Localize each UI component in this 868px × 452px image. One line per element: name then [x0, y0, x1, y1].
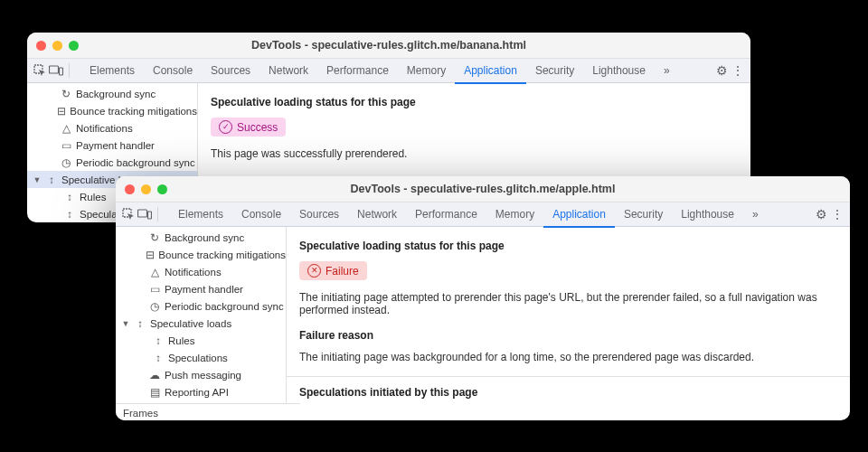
status-badge-failure: ✕Failure	[299, 261, 367, 280]
svg-rect-4	[138, 210, 147, 217]
specloads-icon: ↕	[45, 174, 58, 185]
minimize-icon[interactable]	[141, 184, 151, 194]
card-icon: ▭	[148, 283, 161, 296]
kebab-icon[interactable]: ⋮	[830, 207, 844, 221]
bounce-icon: ⊟	[57, 105, 66, 118]
report-icon: ▤	[148, 386, 161, 399]
minimize-icon[interactable]	[52, 41, 62, 51]
sync-icon: ↻	[60, 88, 72, 100]
speculations-heading: Speculations initiated by this page	[299, 386, 837, 399]
close-icon[interactable]	[36, 41, 46, 51]
status-heading: Speculative loading status for this page	[211, 96, 738, 108]
close-icon[interactable]	[125, 184, 135, 194]
sidebar-item-notifications[interactable]: △Notifications	[116, 263, 286, 280]
tab-lighthouse[interactable]: Lighthouse	[583, 59, 655, 82]
tab-performance[interactable]: Performance	[317, 59, 398, 82]
failure-reason-text: The initiating page was backgrounded for…	[299, 351, 837, 363]
device-icon[interactable]	[137, 207, 152, 221]
tab-elements[interactable]: Elements	[80, 59, 144, 82]
device-icon[interactable]	[49, 63, 63, 78]
speculative-loads-panel: Speculative loading status for this page…	[287, 227, 850, 420]
sidebar-item-background-sync[interactable]: ↻Background sync	[27, 85, 197, 102]
titlebar: DevTools - speculative-rules.glitch.me/a…	[116, 176, 850, 202]
status-badge-success: ✓Success	[211, 118, 286, 137]
tab-network[interactable]: Network	[259, 59, 317, 82]
check-icon: ✓	[219, 120, 232, 134]
more-tabs-icon[interactable]: »	[743, 202, 768, 226]
bounce-icon: ⊟	[146, 249, 155, 261]
rules-icon: ↕	[63, 192, 76, 202]
divider	[69, 63, 70, 78]
divider	[157, 207, 158, 221]
tab-elements[interactable]: Elements	[169, 202, 232, 226]
sidebar-item-periodic-sync[interactable]: ◷Periodic background sync	[116, 297, 286, 315]
zoom-icon[interactable]	[69, 41, 79, 51]
tab-performance[interactable]: Performance	[406, 202, 486, 226]
tab-lighthouse[interactable]: Lighthouse	[672, 202, 743, 226]
cloud-icon: ☁	[148, 369, 161, 381]
chevron-down-icon: ▼	[33, 175, 42, 184]
sync-icon: ↻	[148, 231, 161, 244]
sidebar-item-periodic-sync[interactable]: ◷Periodic background sync	[27, 154, 197, 171]
speculations-icon: ↕	[63, 209, 76, 220]
sidebar-item-bounce-tracking[interactable]: ⊟Bounce tracking mitigations	[116, 246, 286, 263]
chevron-down-icon: ▼	[121, 319, 130, 328]
kebab-icon[interactable]: ⋮	[731, 63, 745, 78]
tab-memory[interactable]: Memory	[486, 202, 543, 226]
sidebar-item-reporting-api[interactable]: ▤Reporting API	[116, 383, 286, 400]
inspect-icon[interactable]	[33, 63, 47, 78]
sidebar-item-bounce-tracking[interactable]: ⊟Bounce tracking mitigations	[27, 102, 197, 119]
sidebar-item-background-sync[interactable]: ↻Background sync	[116, 229, 286, 246]
svg-rect-1	[50, 66, 59, 73]
tab-network[interactable]: Network	[348, 202, 406, 226]
traffic-lights	[36, 41, 79, 51]
panel-tabs: Elements Console Sources Network Perform…	[169, 202, 768, 226]
sidebar-item-rules[interactable]: ↕Rules	[116, 332, 286, 349]
specloads-icon: ↕	[134, 318, 146, 329]
tab-application[interactable]: Application	[455, 59, 526, 84]
titlebar: DevTools - speculative-rules.glitch.me/b…	[27, 33, 750, 59]
inspect-icon[interactable]	[121, 207, 136, 221]
clock-icon: ◷	[148, 300, 161, 313]
window-title: DevTools - speculative-rules.glitch.me/a…	[116, 183, 850, 195]
window-title: DevTools - speculative-rules.glitch.me/b…	[27, 39, 750, 52]
status-heading: Speculative loading status for this page	[299, 240, 837, 252]
tab-console[interactable]: Console	[144, 59, 202, 82]
svg-rect-2	[60, 68, 63, 75]
tab-security[interactable]: Security	[615, 202, 672, 226]
tab-application[interactable]: Application	[543, 202, 615, 228]
sidebar-item-payment-handler[interactable]: ▭Payment handler	[27, 137, 197, 154]
failure-reason-heading: Failure reason	[299, 329, 837, 342]
bell-icon: △	[148, 266, 161, 278]
gear-icon[interactable]: ⚙	[714, 63, 729, 78]
sidebar-section-frames[interactable]: Frames	[116, 403, 300, 420]
panel-tabs: Elements Console Sources Network Perform…	[80, 59, 679, 82]
panel-body: ↻Background sync ⊟Bounce tracking mitiga…	[116, 227, 850, 420]
tab-memory[interactable]: Memory	[398, 59, 455, 82]
card-icon: ▭	[60, 139, 72, 152]
tab-security[interactable]: Security	[526, 59, 583, 82]
zoom-icon[interactable]	[157, 184, 167, 194]
clock-icon: ◷	[60, 156, 72, 169]
tab-sources[interactable]: Sources	[290, 202, 348, 226]
tab-sources[interactable]: Sources	[202, 59, 259, 82]
traffic-lights	[125, 184, 167, 194]
gear-icon[interactable]: ⚙	[814, 207, 828, 221]
tab-console[interactable]: Console	[232, 202, 290, 226]
sidebar-item-speculations[interactable]: ↕Speculations	[116, 349, 286, 366]
application-sidebar: ↻Background sync ⊟Bounce tracking mitiga…	[116, 227, 287, 420]
speculations-icon: ↕	[152, 353, 165, 363]
cross-icon: ✕	[307, 264, 321, 278]
svg-rect-5	[148, 212, 152, 219]
sidebar-item-speculative-loads[interactable]: ▼↕Speculative loads	[116, 315, 286, 332]
status-description: The initiating page attempted to prerend…	[299, 291, 837, 316]
sidebar-item-payment-handler[interactable]: ▭Payment handler	[116, 280, 286, 297]
bell-icon: △	[60, 122, 72, 135]
sidebar-item-push-messaging[interactable]: ☁Push messaging	[116, 366, 286, 383]
status-description: This page was successfully prerendered.	[211, 147, 738, 160]
devtools-toolbar: Elements Console Sources Network Perform…	[27, 59, 750, 83]
sidebar-item-notifications[interactable]: △Notifications	[27, 119, 197, 137]
devtools-toolbar: Elements Console Sources Network Perform…	[116, 202, 850, 227]
more-tabs-icon[interactable]: »	[655, 59, 679, 82]
devtools-window-apple: DevTools - speculative-rules.glitch.me/a…	[116, 176, 850, 420]
